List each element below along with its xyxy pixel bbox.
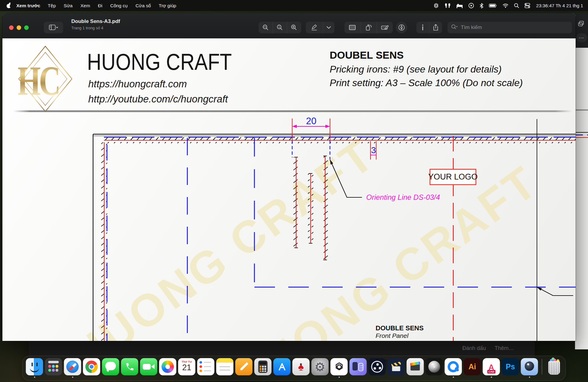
menu-help[interactable]: Trợ giúp [155,3,180,8]
dock-calendar[interactable]: Thứ Tư 21 [178,358,195,375]
window-title: Double Sens-A3.pdf [71,18,120,24]
illustrator-logo: Ai [469,362,476,371]
menu-app-name[interactable]: Xem trước [12,3,44,8]
dock-pages[interactable] [235,358,253,375]
close-button[interactable] [9,25,14,30]
dock-messages[interactable] [102,358,119,375]
search-field[interactable] [447,22,572,33]
window-subtitle: Trang 1 trong số 4 [71,26,120,30]
fullscreen-button[interactable] [24,25,29,30]
crop-image-button[interactable] [344,22,360,33]
dimension-20-label: 20 [306,116,316,126]
rotate-left-button[interactable] [361,22,377,33]
dock-system-settings[interactable]: ⚙ [312,358,329,375]
inspector-button[interactable] [416,22,429,33]
bluetooth-status-icon[interactable] [477,0,486,11]
pdf-document[interactable]: HC HUONG CRAFT https://huongcraft.com ht… [2,38,576,341]
background-window-toolbar [575,13,588,48]
dock-trash[interactable] [546,358,562,375]
menu-clock[interactable]: 23:36:47 Th 4 21 thg 1 [533,3,584,8]
dock-calculator[interactable] [254,358,272,375]
sidebar-toggle-button[interactable] [44,22,63,33]
panel-title: DOUBLE SENS [376,324,424,332]
openai-status-icon[interactable] [431,0,442,11]
dock-photos[interactable] [159,358,176,375]
menu-go[interactable]: Đi [94,3,106,8]
stitch-line-pocket-3 [322,156,328,260]
gear-icon: ⚙ [315,361,325,373]
markup-button[interactable]: Đánh dấu [462,345,486,351]
dock-safari[interactable] [64,358,81,375]
calendar-day: 21 [182,363,191,372]
search-status-icon[interactable] [511,0,522,11]
menu-window[interactable]: Cửa sổ [131,3,155,8]
control-center-icon[interactable] [522,0,533,11]
dock-illustrator[interactable]: Ai [464,358,481,375]
dock-chatgpt[interactable] [331,358,348,375]
star-icon: ★ [299,362,303,366]
menu-bar: Xem trước Tệp Sửa Xem Đi Công cụ Cửa sổ … [0,0,588,11]
dock-finder[interactable] [26,358,43,375]
autocad-badge: CAD [487,370,496,374]
dock-iphone-mirroring[interactable] [350,358,367,375]
tabs-icon[interactable] [577,20,585,28]
battery-status-icon[interactable] [486,0,500,11]
logo-placeholder-box: YOUR LOGO [428,169,478,185]
panel-label: DOUBLE SENS Front Panel Leather: *1 (1.5… [376,324,444,341]
bed-status-icon[interactable] [454,0,466,11]
fill-sign-button[interactable] [377,22,393,33]
stitch-line-pocket-2 [308,173,313,243]
share-button[interactable] [429,22,442,33]
search-input[interactable] [460,24,568,31]
zoom-actual-size-button[interactable]: 1 [273,22,287,33]
pattern-drawing: HUONG CRAFT HUONG CRAFT [2,38,576,341]
dock: Thứ Tư 21 ♠ ★ ⚙ Ai A CAD Ps [22,356,566,381]
markup-pen-button[interactable] [306,22,323,33]
sidebar-icon [44,22,63,33]
background-window[interactable] [575,13,588,349]
panel-material: Leather: *1 (1.5–1.8mm) [376,340,444,341]
menu-tools[interactable]: Công cụ [106,3,132,8]
background-document [575,48,588,349]
wifi-status-icon[interactable] [500,0,511,11]
dimension-3-label: 3 [371,145,376,155]
dock-facetime[interactable] [140,358,157,375]
menu-edit[interactable]: Sửa [60,3,76,8]
minimize-button[interactable] [17,25,21,30]
more-button[interactable]: Thêm… [495,345,514,351]
menu-view[interactable]: Xem [76,3,94,8]
airpods-status-icon[interactable] [442,0,454,11]
apple-menu-icon[interactable] [7,3,11,8]
stitch-line-pocket-1 [293,157,299,248]
dock-photoshop[interactable]: Ps [502,358,519,375]
markup-menu-chevron-icon[interactable] [323,22,334,33]
dock-app-store[interactable] [273,358,291,375]
dock-imovie[interactable] [407,358,424,375]
play-circle-status-icon[interactable] [466,0,477,11]
dock-camo[interactable] [521,358,538,375]
dock-notes[interactable] [216,358,234,375]
zoom-in-button[interactable] [287,22,301,33]
zoom-out-button[interactable] [259,22,273,33]
dock-chrome[interactable] [83,358,100,375]
dock-obs[interactable] [369,358,386,375]
logo-placeholder-label: YOUR LOGO [428,172,478,181]
desktop: Xem trước Tệp Sửa Xem Đi Công cụ Cửa sổ … [0,0,588,382]
more-options-icon[interactable] [576,33,587,42]
dock-video-clapper-app[interactable] [388,358,405,375]
draw-pen-button[interactable] [396,22,407,33]
dock-quicktime[interactable] [445,358,462,375]
dock-separator [542,359,542,374]
menu-file[interactable]: Tệp [44,3,60,8]
svg-text:1: 1 [278,25,280,28]
dock-launchpad[interactable] [45,358,62,375]
preview-window: Double Sens-A3.pdf Trang 1 trong số 4 1 [2,13,576,341]
dock-pokerstars[interactable]: ♠ ★ [292,358,310,375]
panel-subtitle: Front Panel [376,332,409,339]
dock-phone[interactable] [121,358,138,375]
title-bar[interactable]: Double Sens-A3.pdf Trang 1 trong số 4 1 [2,13,576,38]
orienting-label: Orienting Line DS-03/4 [366,193,440,201]
dock-autocad[interactable]: A CAD [483,358,500,375]
dock-reminders[interactable] [197,358,215,375]
dock-compressor[interactable] [426,358,443,375]
